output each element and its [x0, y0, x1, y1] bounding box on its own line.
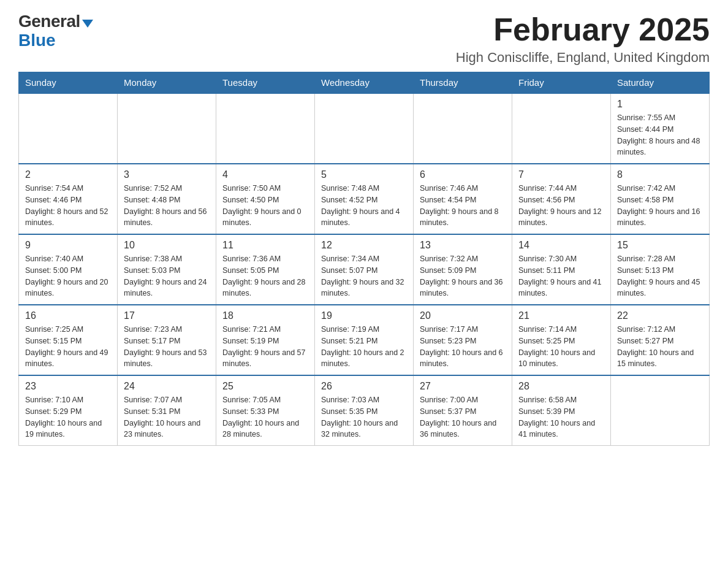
- calendar-cell: 15Sunrise: 7:28 AMSunset: 5:13 PMDayligh…: [611, 234, 710, 305]
- calendar-cell: 16Sunrise: 7:25 AMSunset: 5:15 PMDayligh…: [19, 305, 118, 375]
- calendar-cell: [611, 375, 710, 446]
- day-number: 5: [321, 169, 407, 180]
- calendar-cell: 20Sunrise: 7:17 AMSunset: 5:23 PMDayligh…: [414, 305, 512, 375]
- calendar-cell: [414, 93, 512, 164]
- calendar-cell: [19, 93, 118, 164]
- day-info: Sunrise: 7:38 AMSunset: 5:03 PMDaylight:…: [124, 253, 210, 299]
- calendar-cell: 18Sunrise: 7:21 AMSunset: 5:19 PMDayligh…: [216, 305, 315, 375]
- calendar-cell: 21Sunrise: 7:14 AMSunset: 5:25 PMDayligh…: [512, 305, 611, 375]
- calendar-cell: 11Sunrise: 7:36 AMSunset: 5:05 PMDayligh…: [216, 234, 315, 305]
- month-title: February 2025: [456, 12, 710, 47]
- weekday-header-friday: Friday: [512, 72, 611, 94]
- day-info: Sunrise: 7:10 AMSunset: 5:29 PMDaylight:…: [25, 394, 111, 440]
- calendar-table: SundayMondayTuesdayWednesdayThursdayFrid…: [18, 72, 710, 446]
- day-number: 9: [25, 240, 111, 251]
- day-number: 18: [222, 310, 308, 321]
- day-number: 10: [124, 240, 210, 251]
- day-number: 27: [420, 381, 506, 392]
- logo-triangle-icon: [82, 20, 93, 28]
- day-number: 24: [124, 381, 210, 392]
- calendar-cell: 28Sunrise: 6:58 AMSunset: 5:39 PMDayligh…: [512, 375, 611, 446]
- week-row-2: 2Sunrise: 7:54 AMSunset: 4:46 PMDaylight…: [19, 164, 710, 234]
- title-section: February 2025 High Coniscliffe, England,…: [456, 12, 710, 66]
- calendar-cell: 4Sunrise: 7:50 AMSunset: 4:50 PMDaylight…: [216, 164, 315, 234]
- logo-blue-text: Blue: [18, 31, 56, 50]
- day-number: 1: [617, 99, 703, 110]
- day-number: 19: [321, 310, 407, 321]
- day-number: 15: [617, 240, 703, 251]
- calendar-cell: 1Sunrise: 7:55 AMSunset: 4:44 PMDaylight…: [611, 93, 710, 164]
- day-info: Sunrise: 7:07 AMSunset: 5:31 PMDaylight:…: [124, 394, 210, 440]
- calendar-cell: [216, 93, 315, 164]
- day-number: 14: [518, 240, 604, 251]
- day-number: 3: [124, 169, 210, 180]
- day-number: 25: [222, 381, 308, 392]
- day-info: Sunrise: 7:05 AMSunset: 5:33 PMDaylight:…: [222, 394, 308, 440]
- day-info: Sunrise: 7:34 AMSunset: 5:07 PMDaylight:…: [321, 253, 407, 299]
- week-row-4: 16Sunrise: 7:25 AMSunset: 5:15 PMDayligh…: [19, 305, 710, 375]
- day-info: Sunrise: 7:17 AMSunset: 5:23 PMDaylight:…: [420, 324, 506, 370]
- logo: General Blue: [18, 12, 93, 50]
- weekday-header-monday: Monday: [118, 72, 216, 94]
- day-number: 11: [222, 240, 308, 251]
- day-info: Sunrise: 6:58 AMSunset: 5:39 PMDaylight:…: [518, 394, 604, 440]
- week-row-1: 1Sunrise: 7:55 AMSunset: 4:44 PMDaylight…: [19, 93, 710, 164]
- week-row-3: 9Sunrise: 7:40 AMSunset: 5:00 PMDaylight…: [19, 234, 710, 305]
- calendar-cell: 26Sunrise: 7:03 AMSunset: 5:35 PMDayligh…: [315, 375, 414, 446]
- week-row-5: 23Sunrise: 7:10 AMSunset: 5:29 PMDayligh…: [19, 375, 710, 446]
- day-number: 6: [420, 169, 506, 180]
- calendar-cell: 22Sunrise: 7:12 AMSunset: 5:27 PMDayligh…: [611, 305, 710, 375]
- calendar-cell: [315, 93, 414, 164]
- logo-general-text: General: [18, 12, 80, 31]
- calendar-cell: 2Sunrise: 7:54 AMSunset: 4:46 PMDaylight…: [19, 164, 118, 234]
- day-info: Sunrise: 7:42 AMSunset: 4:58 PMDaylight:…: [617, 183, 703, 229]
- day-number: 26: [321, 381, 407, 392]
- weekday-header-thursday: Thursday: [414, 72, 512, 94]
- weekday-header-sunday: Sunday: [19, 72, 118, 94]
- day-info: Sunrise: 7:44 AMSunset: 4:56 PMDaylight:…: [518, 183, 604, 229]
- location-text: High Coniscliffe, England, United Kingdo…: [456, 50, 710, 66]
- calendar-cell: 19Sunrise: 7:19 AMSunset: 5:21 PMDayligh…: [315, 305, 414, 375]
- day-info: Sunrise: 7:19 AMSunset: 5:21 PMDaylight:…: [321, 324, 407, 370]
- day-number: 16: [25, 310, 111, 321]
- calendar-cell: 17Sunrise: 7:23 AMSunset: 5:17 PMDayligh…: [118, 305, 216, 375]
- calendar-cell: 6Sunrise: 7:46 AMSunset: 4:54 PMDaylight…: [414, 164, 512, 234]
- calendar-cell: 25Sunrise: 7:05 AMSunset: 5:33 PMDayligh…: [216, 375, 315, 446]
- page-header: General Blue February 2025 High Coniscli…: [18, 12, 710, 66]
- calendar-cell: 24Sunrise: 7:07 AMSunset: 5:31 PMDayligh…: [118, 375, 216, 446]
- weekday-header-tuesday: Tuesday: [216, 72, 315, 94]
- day-info: Sunrise: 7:52 AMSunset: 4:48 PMDaylight:…: [124, 183, 210, 229]
- calendar-cell: [512, 93, 611, 164]
- day-info: Sunrise: 7:48 AMSunset: 4:52 PMDaylight:…: [321, 183, 407, 229]
- day-info: Sunrise: 7:12 AMSunset: 5:27 PMDaylight:…: [617, 324, 703, 370]
- day-info: Sunrise: 7:14 AMSunset: 5:25 PMDaylight:…: [518, 324, 604, 370]
- day-info: Sunrise: 7:00 AMSunset: 5:37 PMDaylight:…: [420, 394, 506, 440]
- day-number: 28: [518, 381, 604, 392]
- day-info: Sunrise: 7:55 AMSunset: 4:44 PMDaylight:…: [617, 112, 703, 158]
- day-info: Sunrise: 7:21 AMSunset: 5:19 PMDaylight:…: [222, 324, 308, 370]
- day-number: 21: [518, 310, 604, 321]
- calendar-cell: 7Sunrise: 7:44 AMSunset: 4:56 PMDaylight…: [512, 164, 611, 234]
- day-number: 7: [518, 169, 604, 180]
- day-info: Sunrise: 7:30 AMSunset: 5:11 PMDaylight:…: [518, 253, 604, 299]
- day-number: 23: [25, 381, 111, 392]
- day-number: 4: [222, 169, 308, 180]
- calendar-cell: 5Sunrise: 7:48 AMSunset: 4:52 PMDaylight…: [315, 164, 414, 234]
- weekday-header-saturday: Saturday: [611, 72, 710, 94]
- calendar-cell: 12Sunrise: 7:34 AMSunset: 5:07 PMDayligh…: [315, 234, 414, 305]
- day-info: Sunrise: 7:40 AMSunset: 5:00 PMDaylight:…: [25, 253, 111, 299]
- day-number: 8: [617, 169, 703, 180]
- calendar-cell: 14Sunrise: 7:30 AMSunset: 5:11 PMDayligh…: [512, 234, 611, 305]
- day-number: 13: [420, 240, 506, 251]
- calendar-cell: 9Sunrise: 7:40 AMSunset: 5:00 PMDaylight…: [19, 234, 118, 305]
- day-number: 20: [420, 310, 506, 321]
- calendar-cell: 8Sunrise: 7:42 AMSunset: 4:58 PMDaylight…: [611, 164, 710, 234]
- calendar-cell: 3Sunrise: 7:52 AMSunset: 4:48 PMDaylight…: [118, 164, 216, 234]
- day-info: Sunrise: 7:28 AMSunset: 5:13 PMDaylight:…: [617, 253, 703, 299]
- calendar-cell: 23Sunrise: 7:10 AMSunset: 5:29 PMDayligh…: [19, 375, 118, 446]
- day-info: Sunrise: 7:46 AMSunset: 4:54 PMDaylight:…: [420, 183, 506, 229]
- calendar-cell: 10Sunrise: 7:38 AMSunset: 5:03 PMDayligh…: [118, 234, 216, 305]
- day-info: Sunrise: 7:32 AMSunset: 5:09 PMDaylight:…: [420, 253, 506, 299]
- day-number: 2: [25, 169, 111, 180]
- calendar-cell: [118, 93, 216, 164]
